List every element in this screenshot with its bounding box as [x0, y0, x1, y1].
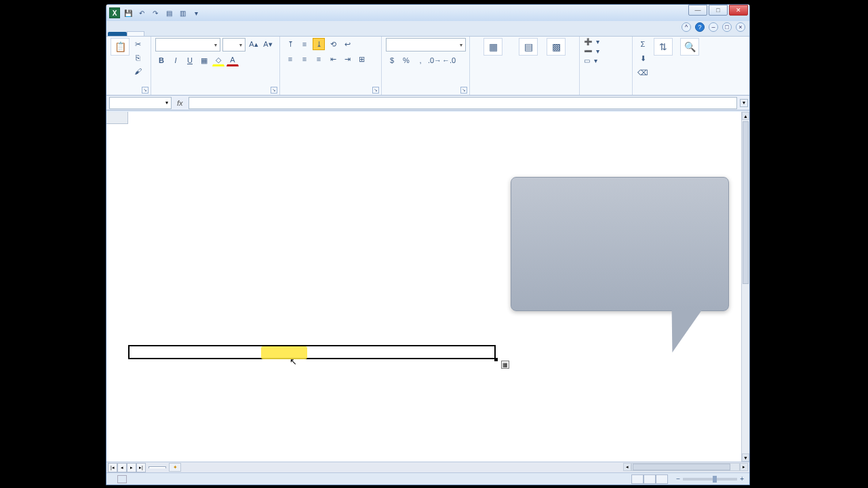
minimize-button[interactable]: — — [688, 5, 707, 16]
tab-file[interactable] — [108, 32, 127, 36]
page-layout-view-icon[interactable] — [644, 474, 656, 484]
vertical-scrollbar[interactable]: ▲ ▼ — [741, 112, 749, 462]
scroll-right-icon[interactable]: ▸ — [740, 463, 748, 471]
font-color-icon[interactable]: A — [226, 54, 239, 66]
increase-decimal-icon[interactable]: .0→ — [429, 54, 441, 66]
scroll-thumb[interactable] — [743, 121, 749, 284]
comma-icon[interactable]: , — [414, 54, 427, 66]
macro-record-icon[interactable] — [117, 475, 127, 483]
horizontal-scrollbar[interactable]: ◂ ▸ — [623, 463, 748, 471]
doc-close-icon[interactable]: × — [736, 22, 745, 32]
align-right-icon[interactable]: ≡ — [313, 53, 325, 65]
copy-icon[interactable]: ⎘ — [132, 52, 144, 64]
sort-filter-button[interactable]: ⇅ — [651, 38, 675, 56]
fill-icon[interactable]: ⬇ — [637, 52, 649, 64]
row-headers[interactable] — [106, 124, 128, 462]
autofill-options-icon[interactable]: ▦ — [501, 361, 509, 369]
page-break-view-icon[interactable] — [656, 474, 668, 484]
format-as-table-button[interactable]: ▤ — [514, 38, 542, 56]
zoom-out-icon[interactable]: − — [676, 475, 680, 483]
column-headers[interactable] — [128, 112, 741, 124]
grow-font-icon[interactable]: A▴ — [248, 38, 260, 50]
clear-icon[interactable]: ⌫ — [637, 66, 649, 79]
fx-icon[interactable]: fx — [177, 99, 183, 107]
conditional-formatting-button[interactable]: ▦ — [474, 38, 512, 56]
align-top-icon[interactable]: ⤒ — [284, 38, 296, 50]
cell-styles-button[interactable]: ▩ — [545, 38, 568, 56]
align-middle-icon[interactable]: ≡ — [298, 38, 311, 50]
decrease-decimal-icon[interactable]: ←.0 — [443, 54, 455, 66]
help-icon[interactable]: ? — [695, 22, 705, 32]
normal-view-icon[interactable] — [631, 474, 644, 484]
tab-add-ins[interactable] — [242, 32, 258, 36]
scroll-down-icon[interactable]: ▼ — [742, 453, 749, 462]
autosum-icon[interactable]: Σ — [637, 38, 649, 50]
worksheet-grid[interactable]: ▦ ↖ — [106, 112, 741, 462]
sheet-tab-active[interactable] — [149, 466, 166, 468]
align-left-icon[interactable]: ≡ — [284, 53, 296, 65]
tab-next-icon[interactable]: ▸ — [127, 463, 136, 472]
increase-indent-icon[interactable]: ⇥ — [341, 53, 353, 65]
scroll-left-icon[interactable]: ◂ — [623, 463, 631, 471]
tab-home[interactable] — [127, 31, 144, 36]
name-box[interactable]: ▾ — [109, 97, 172, 109]
italic-button[interactable]: I — [170, 54, 182, 66]
qat-btn[interactable]: ▤ — [163, 7, 174, 18]
scroll-up-icon[interactable]: ▲ — [742, 112, 749, 120]
accounting-icon[interactable]: $ — [386, 54, 398, 66]
insert-cells-button[interactable]: ➕ ▾ — [584, 38, 599, 45]
redo-icon[interactable]: ↷ — [150, 7, 161, 18]
zoom-in-icon[interactable]: + — [740, 475, 744, 483]
tab-first-icon[interactable]: |◂ — [108, 463, 117, 472]
align-bottom-icon[interactable]: ⤓ — [313, 38, 325, 50]
dialog-launcher-icon[interactable]: ↘ — [142, 87, 149, 94]
select-all-button[interactable] — [106, 112, 128, 124]
border-icon[interactable]: ▦ — [198, 54, 210, 66]
expand-formula-bar-icon[interactable]: ▾ — [740, 99, 748, 107]
dialog-launcher-icon[interactable]: ↘ — [271, 87, 277, 94]
tab-formulas[interactable] — [177, 32, 193, 36]
fill-handle[interactable] — [494, 358, 498, 361]
dialog-launcher-icon[interactable]: ↘ — [372, 87, 379, 94]
format-painter-icon[interactable]: 🖌 — [132, 65, 144, 77]
qat-btn[interactable]: ▥ — [177, 7, 188, 18]
paste-button[interactable]: 📋 — [111, 38, 130, 56]
decrease-indent-icon[interactable]: ⇤ — [327, 53, 339, 65]
tab-last-icon[interactable]: ▸| — [136, 463, 146, 472]
close-button[interactable]: ✕ — [729, 5, 748, 16]
percent-icon[interactable]: % — [400, 54, 412, 66]
delete-cells-button[interactable]: ➖ ▾ — [584, 47, 599, 55]
orientation-icon[interactable]: ⟲ — [327, 38, 339, 50]
new-sheet-icon[interactable]: ✦ — [169, 463, 181, 472]
qat-customize-icon[interactable]: ▾ — [191, 7, 201, 18]
hscroll-thumb[interactable] — [633, 464, 730, 470]
underline-button[interactable]: U — [184, 54, 196, 66]
zoom-slider[interactable] — [683, 478, 737, 481]
cut-icon[interactable]: ✂ — [132, 38, 144, 50]
undo-icon[interactable]: ↶ — [136, 7, 147, 18]
tab-view[interactable] — [226, 32, 242, 36]
minimize-ribbon-icon[interactable]: ^ — [682, 22, 691, 32]
wrap-text-icon[interactable]: ↩ — [341, 38, 353, 50]
format-cells-button[interactable]: ▭ ▾ — [584, 57, 599, 64]
doc-restore-icon[interactable]: □ — [722, 22, 732, 32]
formula-input[interactable] — [189, 97, 737, 109]
maximize-button[interactable]: □ — [709, 5, 728, 16]
doc-minimize-icon[interactable]: – — [709, 22, 718, 32]
number-format-select[interactable]: ▾ — [386, 38, 466, 52]
fill-color-icon[interactable]: ◇ — [212, 54, 224, 66]
tab-insert[interactable] — [144, 32, 161, 36]
shrink-font-icon[interactable]: A▾ — [262, 38, 274, 50]
merge-center-icon[interactable]: ⊞ — [355, 53, 368, 65]
find-select-button[interactable]: 🔍 — [677, 38, 702, 56]
save-icon[interactable]: 💾 — [123, 7, 134, 18]
dialog-launcher-icon[interactable]: ↘ — [460, 87, 467, 94]
tab-data[interactable] — [193, 32, 210, 36]
bold-button[interactable]: B — [155, 54, 167, 66]
tab-page-layout[interactable] — [161, 32, 177, 36]
tab-prev-icon[interactable]: ◂ — [117, 463, 127, 472]
tab-review[interactable] — [210, 32, 226, 36]
align-center-icon[interactable]: ≡ — [298, 53, 311, 65]
font-size-select[interactable]: ▾ — [222, 38, 245, 52]
font-name-select[interactable]: ▾ — [155, 38, 220, 52]
